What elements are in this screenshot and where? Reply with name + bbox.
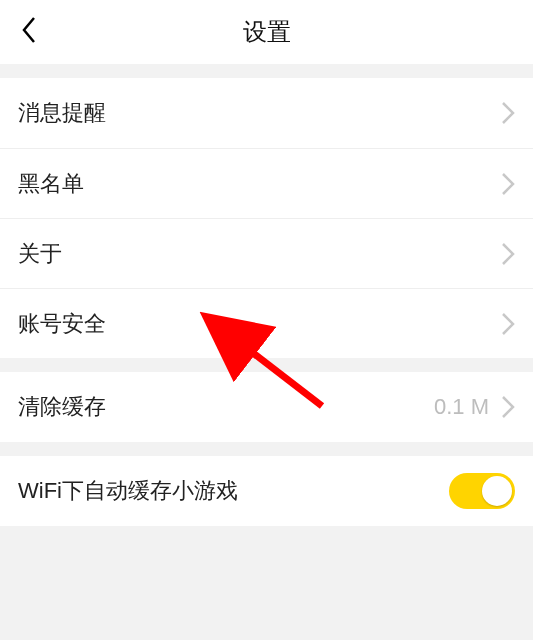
- row-label: 账号安全: [18, 309, 106, 339]
- wifi-auto-cache-toggle[interactable]: [449, 473, 515, 509]
- cache-size-value: 0.1 M: [434, 394, 489, 420]
- row-label: 消息提醒: [18, 98, 106, 128]
- row-account-security[interactable]: 账号安全: [0, 288, 533, 358]
- row-label: 黑名单: [18, 169, 84, 199]
- section-gap: [0, 358, 533, 372]
- row-label: 清除缓存: [18, 392, 106, 422]
- section-gap: [0, 64, 533, 78]
- settings-screen: 设置 消息提醒 黑名单 关于 账号安全: [0, 0, 533, 640]
- row-about[interactable]: 关于: [0, 218, 533, 288]
- settings-section-3: WiFi下自动缓存小游戏: [0, 456, 533, 526]
- header: 设置: [0, 0, 533, 64]
- row-label: 关于: [18, 239, 62, 269]
- chevron-right-icon: [501, 312, 515, 336]
- chevron-right-icon: [501, 242, 515, 266]
- settings-section-1: 消息提醒 黑名单 关于 账号安全: [0, 78, 533, 358]
- section-gap: [0, 442, 533, 456]
- chevron-right-icon: [501, 172, 515, 196]
- page-title: 设置: [243, 16, 291, 48]
- row-notifications[interactable]: 消息提醒: [0, 78, 533, 148]
- chevron-right-icon: [501, 395, 515, 419]
- back-button[interactable]: [6, 0, 54, 64]
- back-icon: [20, 15, 40, 49]
- row-clear-cache[interactable]: 清除缓存 0.1 M: [0, 372, 533, 442]
- row-label: WiFi下自动缓存小游戏: [18, 476, 238, 506]
- settings-section-2: 清除缓存 0.1 M: [0, 372, 533, 442]
- toggle-knob: [482, 476, 512, 506]
- row-wifi-auto-cache[interactable]: WiFi下自动缓存小游戏: [0, 456, 533, 526]
- row-blacklist[interactable]: 黑名单: [0, 148, 533, 218]
- chevron-right-icon: [501, 101, 515, 125]
